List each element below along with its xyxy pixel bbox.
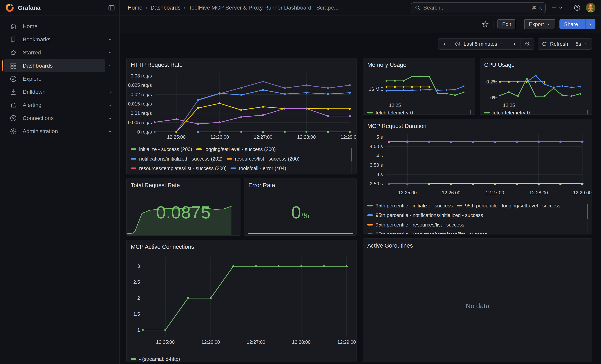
chevron-down-icon [584,42,588,46]
sidebar-item-drilldown[interactable]: Drilldown [4,85,115,98]
chart-svg: 12:25:0012:26:0012:27:0012:28:0012:29:00… [131,251,351,349]
share-menu-button[interactable] [585,19,595,30]
help-button[interactable] [572,3,582,12]
share-button[interactable]: Share [560,19,583,30]
chevron-down-icon[interactable] [105,50,115,55]
export-button[interactable]: Export [524,19,555,30]
svg-text:12:27:00: 12:27:00 [486,190,504,195]
legend-scrollbar[interactable] [587,203,588,235]
legend-item[interactable]: tools/call - error (404) [230,165,286,171]
sidebar-item-connections[interactable]: Connections [4,112,115,125]
chevron-down-icon[interactable] [105,116,115,121]
sidebar-item-home[interactable]: Home [4,20,115,33]
svg-text:12:29:00: 12:29:00 [341,134,357,140]
refresh-interval-picker[interactable]: 5s [572,39,592,49]
sidebar-item-starred[interactable]: Starred [4,46,115,59]
dashboard-canvas: Last 5 minutes Refresh [120,33,601,364]
sidebar-item-alerting[interactable]: Alerting [4,98,115,112]
legend-item[interactable]: 95th percentile - logging/setLevel - suc… [457,203,560,209]
panel-title: Error Rate [249,181,352,189]
time-shift-forward-button[interactable] [508,39,521,49]
cpu-usage-chart: 12:250.2%0% [484,69,588,107]
legend-item[interactable]: - (streamable-http) [131,356,180,362]
sidebar-item-dashboards[interactable]: Dashboards [4,59,115,72]
dashboards-grid-icon [10,62,17,69]
legend-scrollbar[interactable] [351,146,352,175]
panel-error-rate: Error Rate 0 % [244,178,357,236]
legend-item[interactable]: fetch-telemetry-0 [367,110,413,115]
drilldown-icon [10,88,17,96]
chevron-down-icon[interactable] [105,63,115,68]
sidebar-item-label: Dashboards [23,63,53,69]
svg-text:12:27:00: 12:27:00 [254,134,272,140]
svg-text:4 s: 4 s [376,153,383,158]
mcp-active-connections-chart: 12:25:0012:26:0012:27:0012:28:0012:29:00… [131,251,352,349]
refresh-group: Refresh 5s [538,38,592,50]
legend-scrollbar[interactable] [470,110,471,115]
legend-item[interactable]: notifications/initialized - success (202… [131,156,223,162]
legend-item[interactable]: fetch-telemetry-0 [484,110,530,115]
refresh-button[interactable]: Refresh [538,39,571,49]
svg-text:2: 2 [137,295,140,301]
legend-item[interactable]: 95th percentile - resources/list - succe… [367,222,464,228]
sidebar-item-label: Administration [23,128,58,135]
divider [568,4,568,11]
panel-active-goroutines: Active Goroutines No data [363,238,592,362]
user-avatar[interactable] [586,3,595,12]
sidebar-item-administration[interactable]: Administration [4,125,115,138]
http-legend: initialize - success (200)logging/setLev… [131,146,352,175]
legend-item[interactable]: initialize - success (200) [131,146,192,152]
refresh-icon [541,41,547,47]
svg-text:1.5: 1.5 [133,311,140,317]
bell-icon [10,101,17,109]
chevron-down-icon[interactable] [105,103,115,108]
legend-item[interactable]: 95th percentile - notifications/initiali… [367,212,483,218]
legend-item[interactable]: 95th percentile - resources/templates/li… [367,231,487,235]
legend-swatch [367,214,373,216]
dashboard-toolbar: Edit Export Share [120,16,601,33]
chevron-down-icon[interactable] [105,90,115,94]
legend-item[interactable]: resources/templates/list - success (200) [131,165,227,171]
brand-label: Grafana [18,4,40,11]
chevron-down-icon [546,22,551,26]
breadcrumb-home[interactable]: Home [128,5,142,11]
svg-text:0.03 req/s: 0.03 req/s [130,73,152,79]
svg-text:0.2%: 0.2% [486,79,497,84]
legend-scrollbar[interactable] [587,110,588,115]
panel-mcp-active-connections: MCP Active Connections 12:25:0012:26:001… [126,240,357,362]
legend-label: 95th percentile - resources/list - succe… [376,222,464,228]
time-shift-back-button[interactable] [438,39,451,49]
sidebar-collapse-icon[interactable] [108,4,115,11]
legend-item[interactable]: logging/setLevel - success (200) [196,146,276,152]
search-input[interactable] [423,5,529,11]
breadcrumb-dashboards[interactable]: Dashboards [150,5,180,11]
chevron-down-icon[interactable] [105,129,115,134]
legend-swatch [131,167,136,169]
sidebar-item-label: Connections [23,115,54,121]
sidebar-item-explore[interactable]: Explore [4,72,115,85]
search-box[interactable]: ⌘+k [411,2,546,13]
mcp-request-duration-chart: 12:25:0012:26:0012:27:0012:28:0012:29:00… [367,130,588,198]
time-range-picker[interactable]: Last 5 minutes [451,39,508,49]
edit-button[interactable]: Edit [497,19,516,30]
legend-item[interactable]: resources/list - success (200) [227,156,300,162]
svg-text:0%: 0% [490,95,497,100]
grafana-logo-icon[interactable] [5,3,14,12]
sidebar-item-bookmarks[interactable]: Bookmarks [4,33,115,46]
legend-swatch [367,234,373,235]
legend-label: fetch-telemetry-0 [376,110,413,115]
svg-text:2.5: 2.5 [133,279,140,285]
legend-label: fetch-telemetry-0 [492,110,530,115]
sidebar-item-label: Drilldown [23,89,46,95]
zoom-out-button[interactable] [521,39,534,49]
svg-text:0 req/s: 0 req/s [137,129,152,135]
left-column: Grafana HomeBookmarksStarredDashboardsEx… [0,0,120,364]
svg-text:12:27:00: 12:27:00 [247,339,265,345]
legend-swatch [367,224,373,226]
favorite-star-icon[interactable] [481,20,489,28]
legend-item[interactable]: 95th percentile - initialize - success [367,203,453,209]
legend-swatch [131,358,136,360]
add-new-button[interactable] [550,3,564,12]
chevron-down-icon[interactable] [105,37,115,42]
legend-label: logging/setLevel - success (200) [204,147,276,152]
